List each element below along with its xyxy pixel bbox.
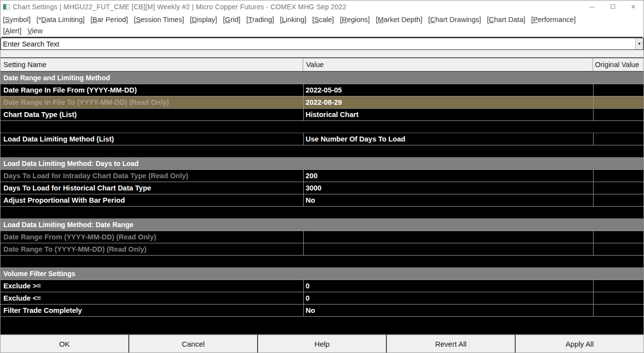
original-value-cell (593, 280, 644, 292)
menu-item-chart-drawings[interactable]: [Chart Drawings] (428, 16, 481, 24)
minimize-icon: — (589, 3, 595, 10)
chart-settings-window: Chart Settings | MHGU22_FUT_CME [CB][M] … (0, 0, 644, 353)
setting-name-cell: Date Range To (YYYY-MM-DD) (Read Only) (0, 243, 303, 255)
empty-row (0, 207, 644, 219)
menu-row-2: [Alert]View (1, 25, 643, 36)
setting-name-cell: Date Range From (YYYY-MM-DD) (Read Only) (0, 231, 303, 243)
original-value-cell (593, 84, 644, 96)
empty-row (0, 145, 644, 158)
apply-all-button[interactable]: Apply All (515, 335, 644, 353)
cancel-button[interactable]: Cancel (128, 335, 257, 353)
minimize-button[interactable]: — (582, 0, 602, 13)
setting-name-cell: Date Range In File From (YYYY-MM-DD) (0, 84, 303, 96)
menu-item-alert[interactable]: [Alert] (3, 27, 22, 35)
menu-item-scale[interactable]: [Scale] (312, 16, 334, 24)
setting-value-cell[interactable]: No (303, 194, 593, 206)
original-value-cell (593, 292, 644, 304)
table-header: Setting Name Value Original Value (0, 57, 644, 72)
menu-item-display[interactable]: [Display] (190, 16, 217, 24)
column-header-setting-name: Setting Name (0, 58, 303, 71)
setting-row-chart-data-type-list[interactable]: Chart Data Type (List)Historical Chart (0, 109, 644, 121)
setting-value-cell[interactable]: 2022-05-05 (303, 84, 593, 96)
menu-item-regions[interactable]: [Regions] (340, 16, 370, 24)
original-value-cell (593, 243, 644, 255)
section-header-row-date-range-and-limiting-method: Date Range and Limiting Method (0, 72, 644, 84)
maximize-button[interactable] (602, 0, 623, 13)
table-filler (0, 317, 644, 334)
setting-value-cell[interactable]: 3000 (303, 182, 593, 194)
app-icon (3, 4, 10, 10)
search-input[interactable] (1, 38, 635, 49)
setting-row-adjust-proportional-with-bar-period[interactable]: Adjust Proportional With Bar PeriodNo (0, 194, 644, 207)
menu-bar: [Symbol][*Data Limiting][Bar Period][Ses… (0, 13, 644, 38)
setting-name-cell: Chart Data Type (List) (0, 109, 303, 120)
menu-item-performance[interactable]: [Performance] (531, 16, 575, 24)
setting-value-cell[interactable]: 2022-08-29 (303, 96, 593, 108)
original-value-cell (593, 305, 644, 316)
revert-all-button[interactable]: Revert All (386, 335, 515, 353)
setting-name-cell: Exclude <= (0, 292, 303, 304)
setting-row-date-range-in-file-to-yyyy-mm-dd-read-only[interactable]: Date Range In File To (YYYY-MM-DD) (Read… (0, 96, 644, 109)
menu-item-grid[interactable]: [Grid] (223, 16, 240, 24)
setting-value-cell[interactable]: Use Number Of Days To Load (303, 133, 593, 145)
chevron-down-icon: ▼ (638, 42, 642, 46)
setting-row-date-range-from-yyyy-mm-dd-read-only[interactable]: Date Range From (YYYY-MM-DD) (Read Only) (0, 231, 644, 243)
setting-row-date-range-in-file-from-yyyy-mm-dd[interactable]: Date Range In File From (YYYY-MM-DD)2022… (0, 84, 644, 96)
search-dropdown-button[interactable]: ▼ (635, 38, 643, 49)
setting-row-days-to-load-for-historical-chart-data-type[interactable]: Days To Load for Historical Chart Data T… (0, 182, 644, 194)
setting-value-cell[interactable]: No (303, 305, 593, 316)
dialog-button-bar: OKCancelHelpRevert AllApply All (0, 334, 644, 353)
section-header-row-load-data-limiting-method-days-to-load: Load Data Limiting Method: Days to Load (0, 158, 644, 170)
settings-table: Date Range and Limiting MethodDate Range… (0, 72, 644, 334)
empty-row (0, 256, 644, 268)
setting-value-cell[interactable]: Historical Chart (303, 109, 593, 120)
setting-row-filter-trade-completely[interactable]: Filter Trade CompletelyNo (0, 305, 644, 317)
column-header-value: Value (303, 58, 593, 71)
setting-name-cell: Days To Load for Historical Chart Data T… (0, 182, 303, 194)
menu-item-chart-data[interactable]: [Chart Data] (487, 16, 525, 24)
setting-value-cell[interactable] (303, 243, 593, 255)
original-value-cell (593, 96, 644, 108)
setting-row-days-to-load-for-intraday-chart-data-type-read-only[interactable]: Days To Load for Intraday Chart Data Typ… (0, 170, 644, 182)
column-header-original-value: Original Value (593, 58, 644, 71)
menu-item-session-times[interactable]: [Session Times] (134, 16, 184, 24)
setting-value-cell[interactable]: 0 (303, 280, 593, 292)
menu-item-trading[interactable]: [Trading] (246, 16, 274, 24)
setting-row-exclude[interactable]: Exclude >=0 (0, 280, 644, 292)
search-combobox: ▼ (0, 38, 644, 50)
menu-item-data-limiting[interactable]: [*Data Limiting] (36, 16, 84, 24)
setting-name-cell: Adjust Proportional With Bar Period (0, 194, 303, 206)
setting-row-date-range-to-yyyy-mm-dd-read-only[interactable]: Date Range To (YYYY-MM-DD) (Read Only) (0, 243, 644, 256)
original-value-cell (593, 182, 644, 194)
setting-value-cell[interactable]: 200 (303, 170, 593, 182)
section-header-label: Date Range and Limiting Method (0, 72, 110, 84)
ok-button[interactable]: OK (0, 335, 128, 353)
gap-strip (0, 50, 644, 57)
original-value-cell (593, 133, 644, 145)
setting-name-cell: Date Range In File To (YYYY-MM-DD) (Read… (0, 96, 303, 108)
window-title: Chart Settings | MHGU22_FUT_CME [CB][M] … (13, 3, 346, 11)
setting-value-cell[interactable] (303, 231, 593, 243)
section-header-label: Load Data Limiting Method: Days to Load (0, 158, 139, 169)
menu-item-view[interactable]: View (27, 27, 43, 35)
setting-name-cell: Filter Trade Completely (0, 305, 303, 316)
setting-value-cell[interactable]: 0 (303, 292, 593, 304)
close-button[interactable]: ✕ (623, 0, 644, 13)
section-header-row-volume-filter-settings: Volume Filter Settings (0, 268, 644, 280)
menu-item-linking[interactable]: [Linking] (280, 16, 307, 24)
original-value-cell (593, 170, 644, 182)
menu-item-symbol[interactable]: [Symbol] (3, 16, 30, 24)
section-header-label: Volume Filter Settings (0, 268, 75, 280)
section-header-row-load-data-limiting-method-date-range: Load Data Limiting Method: Date Range (0, 219, 644, 231)
setting-row-exclude[interactable]: Exclude <=0 (0, 292, 644, 305)
titlebar: Chart Settings | MHGU22_FUT_CME [CB][M] … (0, 0, 644, 13)
original-value-cell (593, 109, 644, 120)
help-button[interactable]: Help (257, 335, 386, 353)
setting-row-load-data-limiting-method-list[interactable]: Load Data Limiting Method (List)Use Numb… (0, 133, 644, 145)
section-header-label: Load Data Limiting Method: Date Range (0, 219, 133, 231)
menu-item-bar-period[interactable]: [Bar Period] (91, 16, 128, 24)
setting-name-cell: Load Data Limiting Method (List) (0, 133, 303, 145)
menu-row-1: [Symbol][*Data Limiting][Bar Period][Ses… (1, 14, 643, 25)
menu-item-market-depth[interactable]: [Market Depth] (376, 16, 422, 24)
close-icon: ✕ (631, 3, 636, 10)
